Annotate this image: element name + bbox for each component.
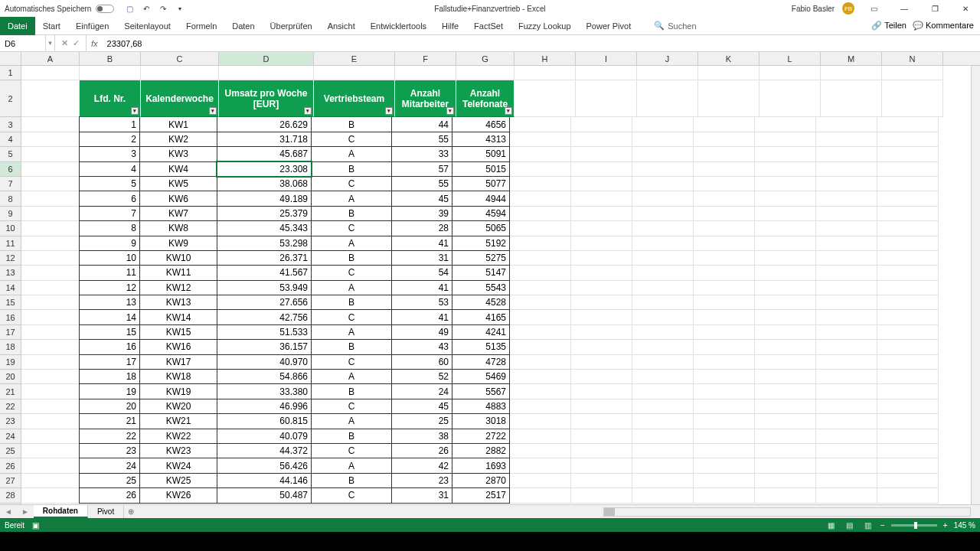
table-header[interactable]: Umsatz pro Woche [EUR]▾: [219, 80, 314, 117]
cell[interactable]: [816, 310, 877, 324]
table-cell[interactable]: 4883: [452, 399, 510, 414]
cell[interactable]: [571, 117, 632, 132]
cell[interactable]: [632, 251, 694, 266]
cell[interactable]: [632, 474, 694, 488]
cell[interactable]: [816, 340, 877, 354]
col-header-D[interactable]: D: [219, 52, 314, 65]
table-cell[interactable]: 60.815: [217, 413, 312, 429]
table-cell[interactable]: 43: [391, 339, 452, 354]
cell[interactable]: [816, 355, 877, 370]
table-cell[interactable]: 26.371: [217, 250, 312, 266]
table-cell[interactable]: 2517: [452, 487, 510, 503]
cell[interactable]: [694, 207, 755, 221]
redo-icon[interactable]: ↷: [158, 4, 168, 13]
table-cell[interactable]: A: [311, 458, 392, 473]
cell[interactable]: [877, 236, 939, 251]
table-cell[interactable]: 54: [391, 265, 452, 280]
col-header-A[interactable]: A: [21, 52, 80, 65]
col-header-N[interactable]: N: [882, 52, 943, 65]
cell[interactable]: [21, 266, 80, 280]
cell[interactable]: [632, 325, 694, 340]
cell[interactable]: [694, 117, 755, 132]
table-cell[interactable]: KW18: [139, 369, 217, 384]
table-cell[interactable]: 28: [391, 220, 452, 236]
table-cell[interactable]: B: [311, 473, 392, 488]
table-header[interactable]: Lfd. Nr.▾: [80, 80, 141, 117]
cell[interactable]: [698, 66, 760, 80]
table-cell[interactable]: 52: [391, 369, 452, 384]
cell[interactable]: [632, 207, 694, 221]
cell[interactable]: [510, 340, 571, 354]
row-header-2[interactable]: 2: [0, 80, 21, 117]
cell[interactable]: [816, 399, 877, 414]
table-cell[interactable]: 4656: [452, 116, 510, 132]
tab-factset[interactable]: FactSet: [466, 17, 511, 35]
table-cell[interactable]: 53: [391, 295, 452, 310]
row-header-15[interactable]: 15: [0, 295, 21, 310]
cell[interactable]: [21, 384, 80, 399]
cell[interactable]: [760, 80, 821, 117]
sheet-tab-pivot[interactable]: Pivot: [88, 505, 124, 518]
tab-start[interactable]: Start: [35, 17, 68, 35]
table-cell[interactable]: KW25: [139, 473, 217, 488]
cell[interactable]: [877, 340, 939, 354]
confirm-formula-icon[interactable]: ✓: [73, 38, 80, 48]
table-cell[interactable]: 49.189: [217, 191, 312, 206]
table-cell[interactable]: KW19: [139, 383, 217, 399]
row-header-22[interactable]: 22: [0, 399, 21, 414]
cell[interactable]: [632, 191, 694, 206]
table-cell[interactable]: KW1: [139, 116, 217, 132]
cell[interactable]: [816, 162, 877, 177]
minimize-icon[interactable]: —: [893, 1, 916, 16]
cell[interactable]: [21, 117, 80, 132]
select-all-corner[interactable]: [0, 52, 21, 66]
row-header-27[interactable]: 27: [0, 474, 21, 488]
cell[interactable]: [694, 429, 755, 444]
cell[interactable]: [571, 325, 632, 340]
cell[interactable]: [755, 399, 816, 414]
table-cell[interactable]: KW8: [139, 220, 217, 236]
table-cell[interactable]: B: [311, 295, 392, 310]
cell[interactable]: [510, 458, 571, 473]
cell[interactable]: [632, 295, 694, 310]
ribbon-options-icon[interactable]: ▭: [862, 1, 885, 16]
tab-fuzzylookup[interactable]: Fuzzy Lookup: [511, 17, 578, 35]
table-cell[interactable]: 18: [79, 369, 140, 384]
cell[interactable]: [694, 355, 755, 370]
cell[interactable]: [571, 399, 632, 414]
row-header-18[interactable]: 18: [0, 340, 21, 354]
cell[interactable]: [755, 458, 816, 473]
row-header-17[interactable]: 17: [0, 325, 21, 340]
cell[interactable]: [632, 281, 694, 295]
table-cell[interactable]: 5015: [452, 161, 510, 177]
cell[interactable]: [694, 147, 755, 161]
cell[interactable]: [571, 444, 632, 458]
view-pagelayout-icon[interactable]: ▤: [844, 520, 856, 530]
cell[interactable]: [877, 147, 939, 161]
cell[interactable]: [510, 236, 571, 251]
table-cell[interactable]: 56.426: [217, 458, 312, 473]
cell[interactable]: [877, 399, 939, 414]
cell[interactable]: [755, 488, 816, 503]
cell[interactable]: [21, 132, 80, 147]
table-cell[interactable]: 1693: [452, 458, 510, 473]
cell[interactable]: [510, 221, 571, 236]
cell[interactable]: [694, 325, 755, 340]
cell[interactable]: [571, 474, 632, 488]
add-sheet-button[interactable]: ⊕: [124, 507, 138, 516]
cell[interactable]: [882, 80, 943, 117]
table-cell[interactable]: C: [311, 443, 392, 458]
cell[interactable]: [632, 117, 694, 132]
table-cell[interactable]: A: [311, 146, 392, 161]
cell[interactable]: [571, 429, 632, 444]
tab-powerpivot[interactable]: Power Pivot: [579, 17, 639, 35]
table-cell[interactable]: 3: [79, 146, 140, 161]
tab-daten[interactable]: Daten: [224, 17, 262, 35]
tab-nav-next-icon[interactable]: ►: [17, 507, 34, 516]
row-header-12[interactable]: 12: [0, 251, 21, 266]
table-cell[interactable]: 41: [391, 236, 452, 251]
cell[interactable]: [571, 281, 632, 295]
cell[interactable]: [510, 355, 571, 370]
table-cell[interactable]: B: [311, 383, 392, 399]
fx-icon[interactable]: fx: [87, 39, 103, 48]
